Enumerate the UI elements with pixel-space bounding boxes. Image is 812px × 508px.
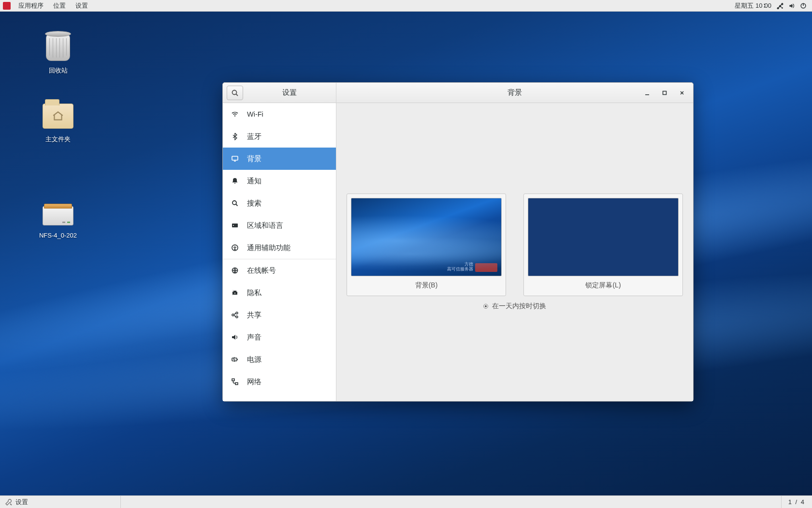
sidebar-item-label: 隐私 [247, 288, 261, 298]
folder-icon [43, 104, 73, 129]
menu-settings[interactable]: 设置 [71, 0, 93, 12]
sidebar-item-label: 通用辅助功能 [247, 243, 290, 253]
titlebar[interactable]: 设置 背景 [223, 83, 693, 103]
svg-point-18 [233, 225, 234, 226]
minimize-button[interactable] [639, 86, 655, 100]
lockscreen-caption: 锁定屏幕(L) [528, 276, 679, 296]
search-button[interactable] [227, 86, 243, 100]
lockscreen-preview-card[interactable]: 锁定屏幕(L) [523, 194, 683, 296]
volume-icon[interactable] [787, 0, 796, 12]
sidebar-item-sharing[interactable]: 共享 [223, 304, 336, 326]
svg-point-24 [236, 312, 238, 314]
sidebar-item-online-accounts[interactable]: 在线帐号 [223, 259, 336, 282]
workspace-indicator[interactable]: 1 / 4 [781, 496, 812, 508]
sidebar-item-sound[interactable]: 声音 [223, 326, 336, 348]
bell-icon [231, 177, 239, 185]
settings-content: 方德高可信服务器 背景(B) 锁定屏幕(L) 在一天内按时切换 [336, 103, 693, 401]
svg-rect-31 [235, 383, 238, 385]
timed-switch-hint: 在一天内按时切换 [483, 302, 546, 311]
background-preview-card[interactable]: 方德高可信服务器 背景(B) [347, 194, 506, 296]
desktop-icon-home[interactable]: 主文件夹 [31, 101, 85, 144]
sidebar-item-label: 共享 [247, 311, 261, 320]
taskbar-item-settings[interactable]: 设置 [0, 496, 121, 508]
sidebar-item-label: 声音 [247, 333, 261, 342]
bottom-taskbar: 设置 1 / 4 [0, 495, 812, 508]
desktop-icon-trash[interactable]: 回收站 [31, 32, 85, 75]
sidebar-item-search[interactable]: 搜索 [223, 192, 336, 214]
svg-rect-17 [232, 224, 238, 227]
settings-sidebar: Wi-Fi 蓝牙 背景 通知 搜索 区域和语言 [223, 103, 336, 401]
network-icon [231, 378, 239, 386]
display-icon [231, 155, 239, 163]
svg-line-26 [234, 314, 236, 314]
sidebar-item-network[interactable]: 网络 [223, 371, 336, 393]
svg-point-20 [234, 246, 235, 247]
svg-point-22 [234, 293, 235, 294]
close-button[interactable] [674, 86, 690, 100]
sidebar-item-power[interactable]: 电源 [223, 348, 336, 371]
sidebar-item-region[interactable]: 区域和语言 [223, 214, 336, 237]
desktop-icon-drive[interactable]: NFS-4_0-202 [31, 203, 85, 239]
tools-icon [5, 498, 13, 506]
sidebar-item-label: 通知 [247, 177, 261, 186]
sidebar-item-background[interactable]: 背景 [223, 148, 336, 170]
drive-icon [43, 206, 73, 225]
sidebar-item-wifi[interactable]: Wi-Fi [223, 103, 336, 125]
desktop-icon-label: 主文件夹 [44, 134, 72, 144]
background-thumbnail: 方德高可信服务器 [351, 198, 502, 276]
indicator-dot-icon [483, 304, 488, 309]
sidebar-item-label: Wi-Fi [247, 110, 263, 118]
privacy-icon [231, 289, 239, 297]
sidebar-item-privacy[interactable]: 隐私 [223, 282, 336, 304]
online-accounts-icon [231, 267, 239, 274]
top-panel: 应用程序 位置 设置 星期五 10∶00 [0, 0, 812, 12]
svg-rect-29 [237, 359, 238, 360]
share-icon [231, 311, 239, 319]
trash-icon [46, 34, 70, 61]
lockscreen-thumbnail [528, 198, 679, 276]
sidebar-item-label: 网络 [247, 377, 261, 387]
bluetooth-icon [231, 133, 239, 140]
accessibility-icon [231, 244, 239, 252]
sound-icon [231, 333, 239, 341]
sidebar-title: 设置 [243, 88, 336, 97]
svg-line-16 [236, 204, 238, 206]
svg-rect-30 [232, 379, 234, 381]
menu-places[interactable]: 位置 [48, 0, 71, 12]
region-icon [231, 222, 239, 229]
svg-point-15 [232, 201, 236, 205]
search-icon [231, 89, 239, 97]
desktop-icon-label: 回收站 [47, 66, 70, 75]
svg-point-25 [236, 316, 238, 318]
sidebar-item-label: 电源 [247, 355, 261, 364]
settings-window: 设置 背景 Wi-Fi 蓝牙 背景 [222, 82, 694, 402]
svg-rect-8 [645, 94, 649, 95]
svg-line-7 [236, 94, 238, 96]
sidebar-item-a11y[interactable]: 通用辅助功能 [223, 237, 336, 259]
sidebar-item-label: 搜索 [247, 199, 261, 208]
svg-point-12 [234, 115, 235, 116]
desktop-icon-label: NFS-4_0-202 [37, 231, 79, 239]
sidebar-item-label: 区域和语言 [247, 221, 283, 230]
sidebar-item-notifications[interactable]: 通知 [223, 170, 336, 192]
svg-rect-13 [232, 156, 238, 160]
taskbar-item-label: 设置 [15, 498, 28, 507]
menu-applications[interactable]: 应用程序 [14, 0, 48, 12]
power-icon[interactable] [799, 0, 808, 12]
svg-rect-9 [663, 91, 667, 94]
sidebar-item-label: 蓝牙 [247, 132, 261, 141]
hint-text: 在一天内按时切换 [492, 302, 546, 311]
search-icon [231, 199, 239, 207]
svg-point-23 [232, 314, 234, 316]
distro-logo-icon [3, 2, 11, 10]
sidebar-item-label: 背景 [247, 154, 261, 164]
sidebar-item-bluetooth[interactable]: 蓝牙 [223, 125, 336, 148]
power-icon [231, 356, 239, 363]
clock[interactable]: 星期五 10∶00 [732, 0, 774, 12]
svg-line-27 [234, 315, 236, 316]
maximize-button[interactable] [656, 86, 673, 100]
sidebar-item-label: 在线帐号 [247, 266, 276, 275]
network-icon[interactable] [776, 0, 784, 12]
wifi-icon [231, 110, 239, 118]
background-caption: 背景(B) [351, 276, 502, 296]
